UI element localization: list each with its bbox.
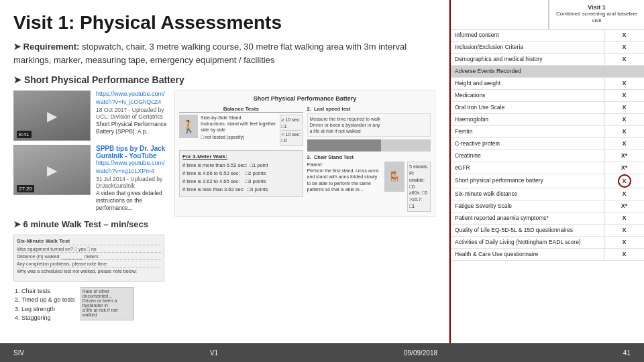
row-check-1: X	[604, 42, 644, 53]
video-title-2[interactable]: SPPB tips by Dr. Jack Guralnik - YouTube	[96, 145, 168, 160]
row-label-10: Creatinine	[451, 150, 604, 162]
combined-label: Combined screening and baseline visit	[552, 11, 641, 25]
video-duration-2: 27:20	[17, 185, 34, 192]
video-entry-2: ▶ 27:20 SPPB tips by Dr. Jack Guralnik -…	[13, 145, 168, 213]
row-check-15: X	[604, 213, 644, 224]
small-steps-preview: Rate of other documented... Driven or be…	[80, 287, 134, 320]
chair-figure: 🪑	[384, 162, 405, 192]
visit-header: Visit 1 Combined screening and baseline …	[549, 0, 644, 29]
row-check-12: X	[604, 174, 644, 188]
section3-label: 3. Chair Stand Test	[307, 154, 431, 160]
row-label-2: Demographics and medical history	[451, 54, 604, 65]
numbered-list: Chair tests Timed up & go tests Leg stre…	[13, 287, 75, 323]
table-row: HaemoglobinX	[451, 114, 644, 126]
section3-row: Patient: Perform the first stand, cross …	[307, 162, 431, 212]
row-label-0: Informed consent	[451, 29, 604, 41]
row-label-4: Height and weight	[451, 78, 604, 89]
table-row: Short physical performance batteryX	[451, 174, 644, 188]
row-check-14: X*	[604, 200, 644, 212]
table-row: Health & Care Use questionnaireX	[451, 249, 644, 261]
video-duration-1: 8:41	[17, 131, 32, 138]
balance-text: Side-by-Side Stand Instructions: stand w…	[201, 115, 277, 146]
footer-siv: SIV	[13, 349, 24, 357]
chair-text: Patient: Perform the first stand, cross …	[307, 162, 382, 212]
row-label-7: Haemoglobin	[451, 114, 604, 125]
main-container: Visit 1: Physical Assessments ➤ Requirem…	[0, 0, 644, 362]
walk-score-rows: If time is more than 6.52 sec: □1 point …	[182, 162, 300, 194]
row-label-16: Quality of Life EQ-5D-5L & 15D questionn…	[451, 225, 604, 236]
table-row: FerritinX	[451, 126, 644, 138]
table-row: eGFRX*	[451, 162, 644, 174]
video-url-1[interactable]: https://www.youtube.com/watch?v=N_jcOGhQ…	[96, 90, 165, 105]
video-date-1: 18 Oct 2017 - Uploaded by UCL: Division …	[96, 107, 168, 120]
sppb-preview: Short Physical Performance Battery Balan…	[174, 90, 435, 217]
table-row: Adverse Events Recorded	[451, 66, 644, 78]
wfp-line-4: Any completion problems, please note tim…	[17, 261, 161, 267]
row-check-10: X*	[604, 150, 644, 162]
sppb-doc-title: Short Physical Performance Battery	[179, 95, 431, 102]
walk-form-preview: Six-Minute Walk Test Was equipment turne…	[13, 235, 164, 282]
walk-score-title: For 3-Meter Walk:	[182, 154, 300, 160]
row-label-9: C-reactive protein	[451, 138, 604, 149]
section2-label: 2. Last speed test	[307, 106, 431, 112]
table-row: MedicationsX	[451, 90, 644, 102]
table-row: Oral Iron Use ScaleX	[451, 102, 644, 114]
row-check-11: X*	[604, 162, 644, 174]
row-label-8: Ferritin	[451, 126, 604, 137]
balance-score-box: ≥ 10 sec: □1 < 10 sec: □0	[280, 115, 303, 146]
wfp-line-1: Six-Minute Walk Test	[17, 238, 161, 245]
row-label-13: Six-minute walk distance	[451, 188, 604, 200]
list-item-1: Chair tests	[21, 287, 75, 296]
video-meta-1: https://www.youtube.com/watch?v=N_jcOGhQ…	[96, 90, 168, 141]
video-desc-2: A video that gives detailed instructions…	[96, 190, 168, 212]
play-icon-1: ▶	[47, 108, 57, 124]
video-thumb-2[interactable]: ▶ 27:20	[13, 145, 91, 195]
row-check-0: X	[604, 29, 644, 41]
table-row: Informed consentX	[451, 29, 644, 42]
row-check-3	[604, 66, 644, 77]
sppb-right-col: 2. Last speed test Measure the time requ…	[307, 106, 431, 212]
table-rows: Informed consentXInclusion/Exclusion Cri…	[451, 29, 644, 362]
sppb-content-area: Balance Tests 🚶 Side-by-Side Stand Instr…	[179, 106, 431, 212]
row-check-6: X	[604, 102, 644, 113]
walk-test-heading: ➤ 6 minute Walk Test – min/secs	[13, 219, 168, 229]
table-header: Visit 1 Combined screening and baseline …	[451, 0, 644, 29]
balance-figure: 🚶	[179, 115, 198, 138]
balance-section-title: Balance Tests	[179, 106, 303, 113]
row-check-9: X	[604, 138, 644, 149]
list-item-4: Staggering	[21, 314, 75, 323]
content-row: ▶ 8:41 https://www.youtube.com/watch?v=N…	[13, 90, 435, 355]
page-title: Visit 1: Physical Assessments	[13, 12, 435, 34]
footer-v1: V1	[210, 349, 218, 357]
walk-bar	[307, 139, 431, 152]
video-meta-2: SPPB tips by Dr. Jack Guralnik - YouTube…	[96, 145, 168, 213]
video-url-2[interactable]: https://www.youtube.com/watch?v=xg1cLXPm…	[96, 160, 165, 174]
row-label-1: Inclusion/Exclusion Criteria	[451, 42, 604, 53]
walk-scoring-box: For 3-Meter Walk: If time is more than 6…	[179, 150, 303, 197]
videos-area: ▶ 8:41 https://www.youtube.com/watch?v=N…	[13, 90, 168, 355]
row-check-4: X	[604, 78, 644, 89]
row-label-11: eGFR	[451, 162, 604, 174]
row-check-13: X	[604, 188, 644, 200]
sppb-heading: ➤ Short Physical Performance Battery	[13, 74, 435, 85]
row-label-5: Medications	[451, 90, 604, 101]
row-label-18: Health & Care Use questionnaire	[451, 249, 604, 260]
row-check-16: X	[604, 225, 644, 236]
table-row: Inclusion/Exclusion CriteriaX	[451, 42, 644, 54]
row-check-18: X	[604, 249, 644, 260]
table-row: Fatigue Severity ScaleX*	[451, 200, 644, 213]
right-panel: Visit 1 Combined screening and baseline …	[449, 0, 644, 362]
row-label-12: Short physical performance battery	[451, 174, 604, 188]
row-check-8: X	[604, 126, 644, 137]
video-entry-1: ▶ 8:41 https://www.youtube.com/watch?v=N…	[13, 90, 168, 141]
row-label-6: Oral Iron Use Scale	[451, 102, 604, 113]
row-label-3: Adverse Events Recorded	[451, 66, 604, 77]
video-thumb-1[interactable]: ▶ 8:41	[13, 90, 91, 141]
table-row: Six-minute walk distanceX	[451, 188, 644, 200]
play-icon-2: ▶	[47, 162, 57, 178]
chair-score-box: 5 stands: Pt unable: □0 ≥60s: □0 >16.7: …	[407, 162, 431, 212]
row-check-2: X	[604, 54, 644, 65]
balance-row: 🚶 Side-by-Side Stand Instructions: stand…	[179, 115, 303, 146]
footer-page: 41	[623, 349, 631, 357]
row-check-7: X	[604, 114, 644, 125]
